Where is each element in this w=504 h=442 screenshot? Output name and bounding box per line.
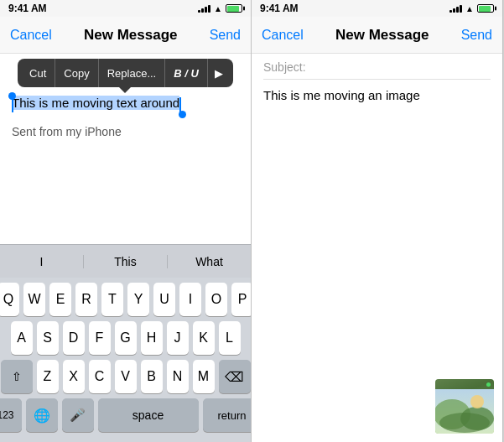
key-v[interactable]: V [115, 360, 137, 393]
compose-area-right[interactable]: Subject: This is me moving an image [252, 54, 502, 442]
space-key[interactable]: space [98, 398, 199, 432]
delete-key[interactable]: ⌫ [219, 360, 251, 393]
emoji-key[interactable]: 🌐 [26, 398, 58, 432]
cut-button[interactable]: Cut [21, 59, 55, 87]
key-f[interactable]: F [89, 321, 111, 355]
cancel-button-left[interactable]: Cancel [10, 28, 52, 43]
key-h[interactable]: H [141, 321, 163, 355]
wifi-icon: ▲ [214, 4, 222, 13]
keyboard-row-3: ⇧ Z X C V B N M ⌫ [3, 360, 247, 393]
keyboard-row-1: Q W E R T Y U I O P [3, 283, 247, 316]
svg-point-4 [470, 395, 484, 408]
shift-key[interactable]: ⇧ [1, 360, 33, 393]
wifi-icon-right: ▲ [465, 4, 474, 13]
image-status-bar [435, 379, 494, 389]
key-n[interactable]: N [167, 360, 189, 393]
key-b[interactable]: B [141, 360, 163, 393]
key-p[interactable]: P [231, 283, 252, 316]
keyboard-row-4: 123 🌐 🎤 space return [3, 398, 247, 432]
keyboard: Q W E R T Y U I O P A S D F G H J K L ⇧ … [0, 278, 251, 442]
cursor-handle-bottom [179, 111, 186, 118]
signal-icon [198, 4, 210, 13]
image-status-dot [486, 382, 491, 387]
key-r[interactable]: R [75, 283, 97, 316]
key-x[interactable]: X [63, 360, 85, 393]
compose-text-left: This is me moving text around [12, 94, 239, 112]
nav-title-right: New Message [335, 27, 429, 44]
cancel-button-right[interactable]: Cancel [262, 28, 304, 43]
numbers-key[interactable]: 123 [0, 398, 22, 432]
status-bar-left: 9:41 AM ▲ [0, 0, 251, 17]
keyboard-row-2: A S D F G H J K L [3, 321, 247, 355]
key-l[interactable]: L [219, 321, 241, 355]
battery-icon [226, 4, 242, 13]
cursor-handle-top [8, 92, 16, 100]
key-i[interactable]: I [179, 283, 201, 316]
status-bar-right: 9:41 AM ▲ [252, 0, 502, 17]
compose-area-left[interactable]: This is me moving text around Sent from … [0, 87, 251, 244]
pred-word-2[interactable]: This [84, 255, 168, 268]
key-d[interactable]: D [63, 321, 85, 355]
cursor-end [179, 97, 181, 112]
key-g[interactable]: G [115, 321, 137, 355]
selected-text-content: This is me moving text around [12, 96, 179, 110]
send-button-right[interactable]: Send [461, 28, 492, 43]
nav-bar-left: Cancel New Message Send [0, 17, 251, 54]
send-button-left[interactable]: Send [210, 28, 241, 43]
left-panel: 9:41 AM ▲ Cancel New Message Send Cut Co… [0, 0, 252, 442]
cursor-start [12, 97, 13, 112]
nav-bar-right: Cancel New Message Send [252, 17, 502, 54]
key-a[interactable]: A [11, 321, 33, 355]
key-c[interactable]: C [89, 360, 111, 393]
mic-key[interactable]: 🎤 [62, 398, 94, 432]
subject-field[interactable]: Subject: [263, 57, 491, 80]
key-w[interactable]: W [23, 283, 45, 316]
pred-word-1[interactable]: I [0, 255, 84, 268]
signal-icon-right [449, 4, 462, 13]
key-q[interactable]: Q [0, 283, 19, 316]
key-z[interactable]: Z [37, 360, 59, 393]
key-o[interactable]: O [205, 283, 227, 316]
pred-word-3[interactable]: What [168, 255, 251, 268]
more-options-button[interactable]: ▶ [208, 59, 230, 87]
status-time-right: 9:41 AM [260, 3, 299, 14]
key-t[interactable]: T [101, 283, 123, 316]
copy-button[interactable]: Copy [55, 59, 98, 87]
battery-icon-right [477, 4, 494, 13]
context-menu-bubble: Cut Copy Replace... B / U ▶ [18, 59, 233, 87]
return-key[interactable]: return [203, 398, 252, 432]
context-menu: Cut Copy Replace... B / U ▶ [0, 59, 251, 87]
key-j[interactable]: J [167, 321, 189, 355]
key-u[interactable]: U [153, 283, 175, 316]
sent-from-text: Sent from my iPhone [12, 125, 239, 138]
bold-format-button[interactable]: B / U [165, 59, 208, 87]
image-thumbnail [435, 379, 494, 434]
key-k[interactable]: K [193, 321, 215, 355]
nav-title-left: New Message [84, 27, 178, 44]
status-icons-left: ▲ [198, 4, 242, 13]
key-s[interactable]: S [37, 321, 59, 355]
message-text-right: This is me moving an image [263, 86, 491, 104]
svg-point-3 [439, 413, 490, 433]
replace-button[interactable]: Replace... [99, 59, 166, 87]
status-icons-right: ▲ [449, 4, 494, 13]
key-y[interactable]: Y [127, 283, 149, 316]
key-e[interactable]: E [49, 283, 71, 316]
predictive-bar: I This What [0, 244, 251, 278]
right-panel: 9:41 AM ▲ Cancel New Message Send Subjec… [252, 0, 503, 442]
thumbnail-image [435, 389, 494, 434]
key-m[interactable]: M [193, 360, 215, 393]
status-time-left: 9:41 AM [8, 3, 47, 14]
subject-placeholder: Subject: [263, 60, 306, 74]
